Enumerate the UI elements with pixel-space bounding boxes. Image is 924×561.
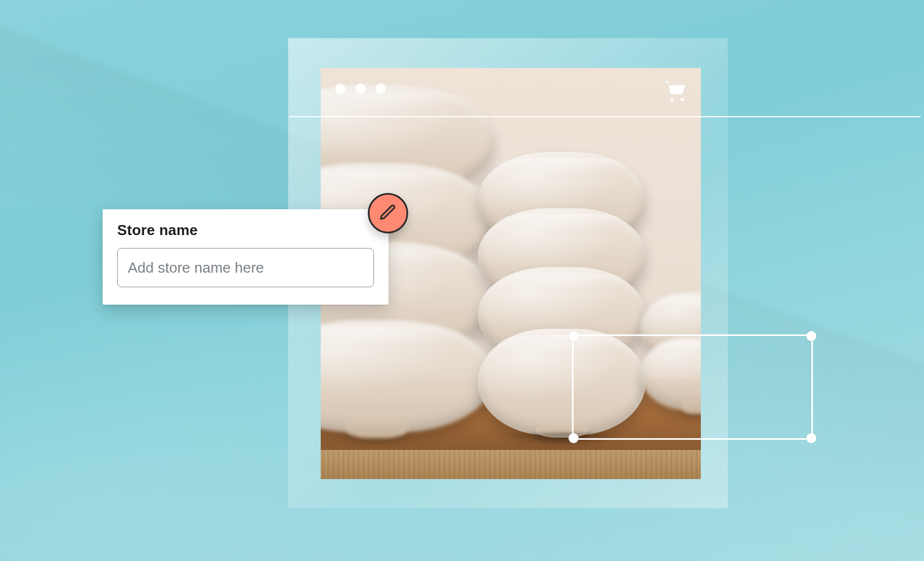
canvas: Store name [0, 0, 924, 561]
shelf-edge [321, 450, 701, 479]
pencil-icon [378, 203, 398, 224]
resize-handle-top-left[interactable] [569, 331, 579, 341]
store-name-card: Store name [103, 209, 389, 305]
edit-button[interactable] [368, 193, 408, 233]
resize-handle-bottom-right[interactable] [806, 433, 816, 443]
store-name-label: Store name [117, 222, 374, 239]
resize-handle-bottom-left[interactable] [569, 433, 579, 443]
resize-handle-top-right[interactable] [806, 331, 816, 341]
selection-box[interactable] [572, 334, 813, 440]
store-name-input[interactable] [117, 248, 374, 287]
